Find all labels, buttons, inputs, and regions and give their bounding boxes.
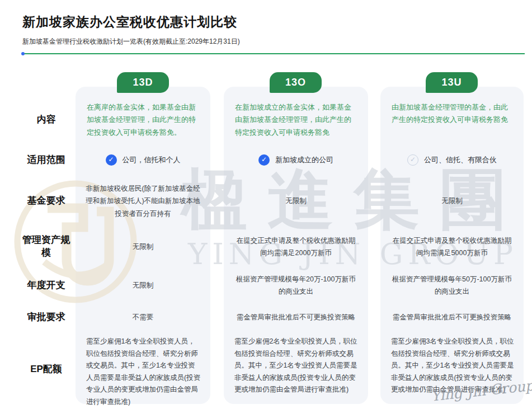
row-label-annual-expense: 年度开支: [17, 266, 76, 305]
cell-approval-13u: 需金管局审批批准后不可更换投资策略: [380, 305, 524, 330]
row-label-ep-quota: EP配额: [17, 330, 76, 408]
cell-content-13o: 在新加坡成立的基金实体，如果基金由新加坡基金经理管理，由此产生的特定投资收入可申…: [224, 94, 368, 145]
cell-ep-quota-13d: 需至少雇佣1名专业全职投资人员，职位包括投资组合经理、研究分析师或交易员。其中，…: [76, 330, 210, 408]
cell-content-13u: 由新加坡基金经理管理的基金，由此产生的特定投资收入可申请税务豁免: [380, 94, 524, 145]
comparison-table: 内容 在离岸的基金实体，如果基金由新加坡基金经理管理，由此产生的特定投资收入可申…: [17, 94, 524, 408]
tab-13d: 13D: [117, 72, 169, 93]
cell-approval-13d: 不需要: [76, 305, 210, 330]
cell-content-13d: 在离岸的基金实体，如果基金由新加坡基金经理管理，由此产生的特定投资收入可申请税务…: [76, 94, 210, 145]
row-label-approval: 审批要求: [17, 305, 76, 330]
page-subtitle: 新加坡基金管理行业税收激励计划一览表(有效期截止至:2029年12月31日): [22, 37, 526, 46]
header-divider: [22, 53, 525, 54]
row-label-content: 内容: [17, 94, 76, 145]
tab-13o: 13O: [270, 72, 322, 93]
tab-13u: 13U: [426, 72, 478, 93]
cell-annual-expense-13u: 根据资产管理规模每年50万-100万新币的商业支出: [380, 266, 524, 305]
cell-fund-requirement-13d: 非新加坡税收居民(除了新加坡基金经理和新加坡受托人)不能由新加坡本地投资者百分百…: [76, 175, 210, 228]
cell-aum-13d: 无限制: [76, 228, 210, 266]
cell-scope-13u: ✓ 公司、信托、有限合伙: [380, 145, 524, 175]
scope-text: 公司、信托、有限合伙: [424, 156, 497, 165]
row-label-fund-requirement: 基金要求: [17, 175, 76, 228]
header: 新加坡家族办公室税收优惠计划比较 新加坡基金管理行业税收激励计划一览表(有效期截…: [22, 13, 526, 54]
check-icon: ✓: [106, 154, 117, 166]
scope-text: 公司，信托和个人: [123, 156, 181, 165]
check-outline-icon: ✓: [407, 154, 418, 166]
scope-text: 新加坡成立的公司: [275, 156, 333, 165]
cell-scope-13d: ✓ 公司，信托和个人: [76, 145, 210, 175]
comparison-infographic: 新加坡家族办公室税收优惠计划比较 新加坡基金管理行业税收激励计划一览表(有效期截…: [0, 0, 532, 409]
cell-scope-13o: ✓ 新加坡成立的公司: [224, 145, 368, 175]
cell-fund-requirement-13u: 无限制: [380, 175, 524, 228]
cell-aum-13u: 在提交正式申请及整个税收优惠激励期间均需满足5000万新币: [380, 228, 524, 266]
check-icon: ✓: [258, 154, 270, 166]
row-label-scope: 适用范围: [17, 145, 76, 175]
page-title: 新加坡家族办公室税收优惠计划比较: [22, 13, 526, 31]
cell-approval-13o: 需金管局审批批准后不可更换投资策略: [224, 305, 368, 330]
cell-ep-quota-13o: 需至少雇佣2名专业全职投资人员，职位包括投资组合经理、研究分析师或交易员。其中，…: [224, 330, 368, 408]
cell-annual-expense-13o: 根据资产管理规模每年20万-100万新币的商业支出: [224, 266, 368, 305]
cell-fund-requirement-13o: 无限制: [224, 175, 368, 228]
cell-aum-13o: 在提交正式申请及整个税收优惠激励期间均需满足2000万新币: [224, 228, 368, 266]
row-label-aum: 管理资产规模: [17, 228, 76, 266]
divider-dot: [21, 52, 25, 55]
cell-annual-expense-13d: 无限制: [76, 266, 210, 305]
